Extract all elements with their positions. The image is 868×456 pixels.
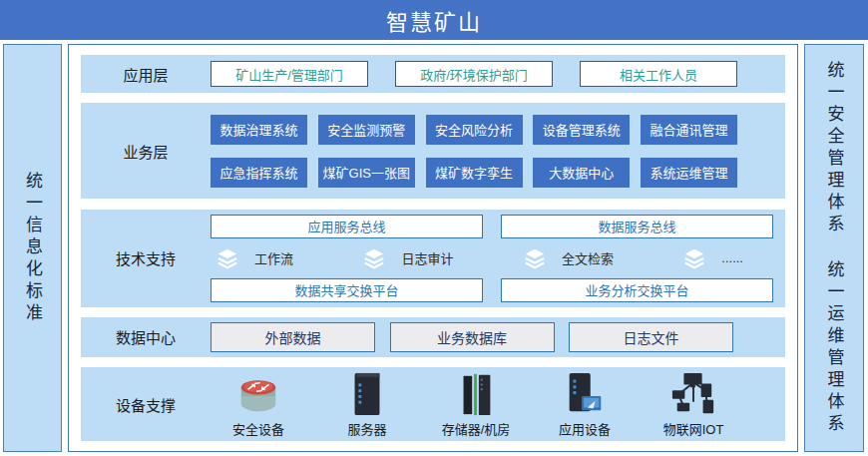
device-item: 物联网IOT	[646, 371, 741, 438]
business-box: 数据治理系统	[211, 115, 307, 145]
business-box: 设备管理系统	[533, 115, 630, 145]
device-label: 安全设备	[232, 419, 284, 438]
data-box: 外部数据	[211, 322, 375, 352]
layers-icon	[524, 247, 546, 269]
device-label: 存储器/机房	[442, 419, 511, 438]
layer-application-label: 应用层	[81, 64, 211, 85]
application-box: 政府/环境保护部门	[395, 61, 553, 87]
layer-business-label: 业务层	[81, 141, 211, 162]
layer-data-center-content: 外部数据 业务数据库 日志文件	[211, 322, 785, 352]
layer-device-support: 设备支撑 安全设备	[81, 367, 785, 441]
layers-icon	[683, 247, 705, 269]
layer-application-content: 矿山生产/管理部门 政府/环境保护部门 相关工作人员	[211, 61, 785, 87]
service-bus-box: 应用服务总线	[211, 215, 483, 238]
firewall-icon	[235, 373, 281, 417]
device-item: 安全设备	[211, 371, 306, 438]
layer-tech-support-content: 应用服务总线 数据服务总线 工作流	[211, 215, 785, 302]
middleware-label: 日志审计	[401, 248, 453, 267]
data-box: 日志文件	[569, 322, 733, 352]
title-banner: 智慧矿山	[0, 0, 868, 40]
device-item: 存储器/机房	[428, 371, 524, 438]
layers-icon	[217, 247, 238, 269]
device-label: 物联网IOT	[663, 419, 724, 438]
right-pillar-label-security: 统一安全管理体系	[822, 61, 847, 236]
device-label: 服务器	[347, 419, 386, 438]
page-title: 智慧矿山	[386, 4, 482, 36]
layer-data-center-label: 数据中心	[81, 326, 211, 347]
platform-box: 业务分析交换平台	[501, 278, 773, 302]
business-box: 应急指挥系统	[211, 158, 307, 188]
platform-box: 数据共享交换平台	[211, 278, 483, 302]
business-row-2: 应急指挥系统 煤矿GIS一张图 煤矿数字孪生 大数据中心 系统运维管理	[211, 158, 737, 188]
business-box: 系统运维管理	[641, 158, 737, 188]
device-label: 应用设备	[559, 419, 611, 438]
middleware-item: 全文检索	[524, 247, 614, 269]
right-pillar-management-systems: 统一安全管理体系 统一运维管理体系	[804, 44, 864, 452]
server-icon	[350, 371, 384, 417]
left-pillar-label: 统一信息化标准	[20, 172, 45, 325]
application-box: 相关工作人员	[580, 61, 737, 87]
layer-device-support-content: 安全设备 服务器	[211, 371, 785, 438]
middleware-item: ......	[683, 247, 743, 269]
middleware-label: ......	[721, 250, 743, 265]
diagram-layout: 统一信息化标准 应用层 矿山生产/管理部门 政府/环境保护部门 相关工作人员 业…	[0, 44, 868, 452]
device-item: 服务器	[319, 371, 415, 438]
layer-device-support-label: 设备支撑	[81, 394, 211, 415]
middleware-label: 工作流	[254, 248, 293, 267]
layer-data-center: 数据中心 外部数据 业务数据库 日志文件	[81, 317, 785, 357]
service-bus-row: 应用服务总线 数据服务总线	[211, 215, 773, 238]
platform-row: 数据共享交换平台 业务分析交换平台	[211, 278, 773, 302]
middleware-item: 日志审计	[363, 247, 453, 269]
layer-application: 应用层 矿山生产/管理部门 政府/环境保护部门 相关工作人员	[81, 55, 785, 93]
layer-tech-support-label: 技术支持	[81, 247, 211, 268]
business-row-1: 数据治理系统 安全监测预警 安全风险分析 设备管理系统 融合通讯管理	[211, 115, 737, 145]
main-panel: 应用层 矿山生产/管理部门 政府/环境保护部门 相关工作人员 业务层 数据治理系…	[68, 44, 798, 452]
app-device-icon	[564, 371, 606, 417]
layer-business-content: 数据治理系统 安全监测预警 安全风险分析 设备管理系统 融合通讯管理 应急指挥系…	[211, 115, 785, 188]
layers-icon	[363, 247, 385, 269]
business-box: 煤矿GIS一张图	[318, 158, 415, 188]
business-box: 安全风险分析	[426, 115, 523, 145]
application-box: 矿山生产/管理部门	[211, 61, 368, 87]
business-box: 大数据中心	[533, 158, 630, 188]
layer-tech-support: 技术支持 应用服务总线 数据服务总线 工作流	[81, 210, 785, 307]
business-box: 煤矿数字孪生	[426, 158, 523, 188]
data-box: 业务数据库	[390, 322, 555, 352]
middleware-item: 工作流	[217, 247, 293, 269]
layer-business: 业务层 数据治理系统 安全监测预警 安全风险分析 设备管理系统 融合通讯管理 应…	[81, 103, 785, 199]
business-box: 安全监测预警	[318, 115, 415, 145]
iot-icon	[667, 371, 719, 417]
left-pillar-information-standard: 统一信息化标准	[3, 44, 62, 452]
service-bus-box: 数据服务总线	[501, 215, 773, 238]
storage-icon	[456, 371, 496, 417]
business-box: 融合通讯管理	[641, 115, 737, 145]
right-pillar-label-ops: 统一运维管理体系	[822, 260, 847, 436]
middleware-row: 工作流 日志审计	[211, 247, 773, 269]
device-item: 应用设备	[537, 371, 633, 438]
middleware-label: 全文检索	[562, 248, 614, 267]
